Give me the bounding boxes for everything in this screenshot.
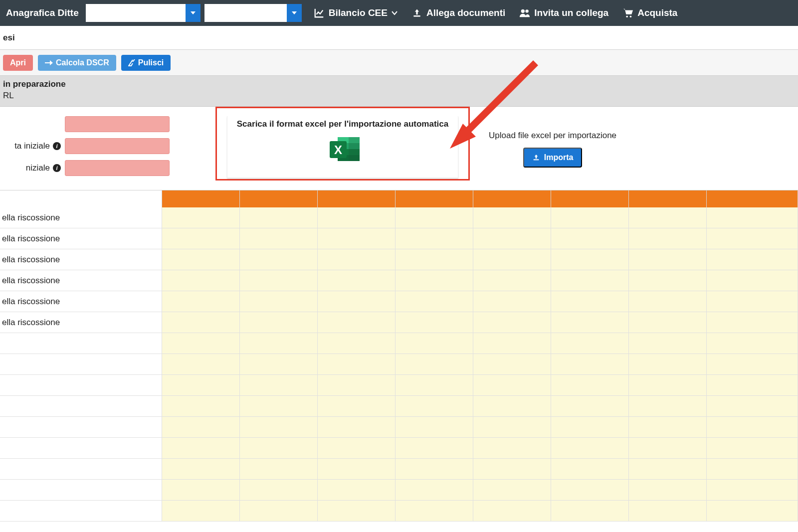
data-cell[interactable] — [240, 375, 318, 395]
data-cell[interactable] — [162, 312, 240, 333]
data-cell[interactable] — [629, 249, 707, 270]
info-icon[interactable]: i — [53, 142, 61, 150]
data-cell[interactable] — [707, 228, 798, 249]
data-cell[interactable] — [551, 375, 629, 395]
data-cell[interactable] — [162, 270, 240, 291]
data-cell[interactable] — [240, 438, 318, 458]
data-cell[interactable] — [396, 501, 473, 521]
data-cell[interactable] — [396, 417, 473, 437]
data-cell[interactable] — [318, 480, 396, 500]
data-cell[interactable] — [551, 312, 629, 333]
config-input-2[interactable] — [65, 138, 170, 154]
data-cell[interactable] — [396, 207, 473, 228]
data-cell[interactable] — [162, 501, 240, 521]
data-cell[interactable] — [396, 333, 473, 354]
data-cell[interactable] — [396, 270, 473, 291]
data-cell[interactable] — [318, 333, 396, 354]
data-cell[interactable] — [473, 270, 551, 291]
data-cell[interactable] — [162, 375, 240, 395]
pulisci-button[interactable]: Pulisci — [121, 55, 171, 71]
data-cell[interactable] — [162, 207, 240, 228]
data-cell[interactable] — [318, 249, 396, 270]
data-cell[interactable] — [240, 312, 318, 333]
data-cell[interactable] — [162, 333, 240, 354]
data-cell[interactable] — [629, 333, 707, 354]
data-cell[interactable] — [473, 312, 551, 333]
data-cell[interactable] — [162, 417, 240, 437]
data-cell[interactable] — [162, 459, 240, 479]
importa-button[interactable]: Importa — [523, 148, 583, 168]
data-cell[interactable] — [551, 291, 629, 312]
data-cell[interactable] — [473, 417, 551, 437]
data-cell[interactable] — [396, 249, 473, 270]
data-cell[interactable] — [473, 459, 551, 479]
data-cell[interactable] — [629, 207, 707, 228]
data-cell[interactable] — [162, 249, 240, 270]
data-cell[interactable] — [707, 501, 798, 521]
data-cell[interactable] — [551, 270, 629, 291]
data-cell[interactable] — [318, 312, 396, 333]
data-cell[interactable] — [707, 438, 798, 458]
data-cell[interactable] — [629, 228, 707, 249]
company-dropdown-2-toggle[interactable] — [287, 4, 302, 22]
data-cell[interactable] — [396, 312, 473, 333]
data-cell[interactable] — [240, 354, 318, 374]
nav-allega[interactable]: Allega documenti — [411, 7, 505, 18]
data-cell[interactable] — [240, 417, 318, 437]
data-cell[interactable] — [240, 333, 318, 354]
data-cell[interactable] — [707, 375, 798, 395]
data-cell[interactable] — [551, 354, 629, 374]
data-cell[interactable] — [318, 291, 396, 312]
company-dropdown-2[interactable] — [204, 4, 302, 22]
data-cell[interactable] — [240, 249, 318, 270]
data-cell[interactable] — [396, 291, 473, 312]
nav-invita[interactable]: Invita un collega — [519, 7, 608, 18]
data-cell[interactable] — [473, 480, 551, 500]
nav-acquista[interactable]: Acquista — [622, 7, 677, 18]
config-input-3[interactable] — [65, 160, 170, 176]
data-cell[interactable] — [707, 312, 798, 333]
data-cell[interactable] — [396, 354, 473, 374]
download-excel-card[interactable]: Scarica il format excel per l'importazio… — [227, 116, 458, 178]
data-cell[interactable] — [240, 207, 318, 228]
data-cell[interactable] — [473, 207, 551, 228]
data-cell[interactable] — [162, 228, 240, 249]
data-cell[interactable] — [707, 291, 798, 312]
company-dropdown-1-toggle[interactable] — [186, 4, 200, 22]
data-cell[interactable] — [551, 249, 629, 270]
data-cell[interactable] — [629, 417, 707, 437]
company-dropdown-1[interactable] — [86, 4, 200, 22]
data-cell[interactable] — [551, 207, 629, 228]
data-cell[interactable] — [473, 249, 551, 270]
data-cell[interactable] — [318, 228, 396, 249]
data-cell[interactable] — [629, 459, 707, 479]
data-cell[interactable] — [318, 438, 396, 458]
data-cell[interactable] — [707, 333, 798, 354]
data-cell[interactable] — [551, 228, 629, 249]
data-cell[interactable] — [318, 270, 396, 291]
data-cell[interactable] — [240, 480, 318, 500]
data-cell[interactable] — [629, 291, 707, 312]
data-cell[interactable] — [318, 207, 396, 228]
data-cell[interactable] — [318, 396, 396, 416]
data-cell[interactable] — [551, 459, 629, 479]
data-cell[interactable] — [240, 396, 318, 416]
data-cell[interactable] — [162, 480, 240, 500]
data-cell[interactable] — [551, 396, 629, 416]
calcola-dscr-button[interactable]: Calcola DSCR — [38, 55, 116, 71]
data-cell[interactable] — [318, 417, 396, 437]
data-cell[interactable] — [629, 270, 707, 291]
data-cell[interactable] — [551, 438, 629, 458]
data-cell[interactable] — [240, 501, 318, 521]
data-cell[interactable] — [396, 438, 473, 458]
data-cell[interactable] — [629, 312, 707, 333]
data-cell[interactable] — [473, 291, 551, 312]
data-cell[interactable] — [473, 501, 551, 521]
data-cell[interactable] — [240, 291, 318, 312]
data-cell[interactable] — [707, 417, 798, 437]
data-cell[interactable] — [318, 354, 396, 374]
data-cell[interactable] — [707, 249, 798, 270]
data-cell[interactable] — [629, 438, 707, 458]
data-cell[interactable] — [707, 480, 798, 500]
data-cell[interactable] — [551, 333, 629, 354]
